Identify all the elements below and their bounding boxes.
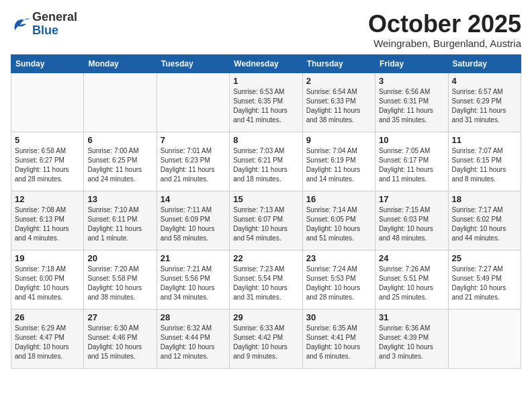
day-number: 5: [15, 135, 80, 145]
day-number: 21: [161, 253, 226, 263]
calendar-cell: 30Sunrise: 6:35 AM Sunset: 4:41 PM Dayli…: [302, 309, 375, 368]
day-number: 9: [306, 135, 371, 145]
day-number: 18: [452, 194, 517, 204]
calendar-cell: 5Sunrise: 6:58 AM Sunset: 6:27 PM Daylig…: [11, 132, 84, 191]
calendar-week-4: 19Sunrise: 7:18 AM Sunset: 6:00 PM Dayli…: [11, 250, 521, 309]
weekday-header-wednesday: Wednesday: [230, 54, 302, 73]
day-number: 20: [87, 253, 152, 263]
calendar-cell: 15Sunrise: 7:13 AM Sunset: 6:07 PM Dayli…: [230, 191, 302, 250]
day-number: 7: [161, 135, 226, 145]
day-info: Sunrise: 6:56 AM Sunset: 6:31 PM Dayligh…: [379, 87, 444, 125]
day-info: Sunrise: 7:10 AM Sunset: 6:11 PM Dayligh…: [87, 205, 152, 243]
calendar-cell: 26Sunrise: 6:29 AM Sunset: 4:47 PM Dayli…: [11, 309, 84, 368]
calendar-cell: 23Sunrise: 7:24 AM Sunset: 5:53 PM Dayli…: [302, 250, 375, 309]
day-info: Sunrise: 7:14 AM Sunset: 6:05 PM Dayligh…: [306, 205, 371, 243]
day-number: 13: [87, 194, 152, 204]
calendar-cell: 27Sunrise: 6:30 AM Sunset: 4:46 PM Dayli…: [84, 309, 157, 368]
day-info: Sunrise: 7:17 AM Sunset: 6:02 PM Dayligh…: [452, 205, 517, 243]
logo-blue: Blue: [32, 24, 58, 37]
day-info: Sunrise: 7:21 AM Sunset: 5:56 PM Dayligh…: [161, 265, 226, 302]
calendar-cell: [157, 73, 229, 132]
day-number: 12: [15, 194, 80, 204]
day-number: 1: [233, 76, 298, 86]
calendar-cell: 19Sunrise: 7:18 AM Sunset: 6:00 PM Dayli…: [11, 250, 84, 309]
day-number: 15: [233, 194, 298, 204]
day-info: Sunrise: 7:13 AM Sunset: 6:07 PM Dayligh…: [233, 205, 298, 243]
calendar-cell: 31Sunrise: 6:36 AM Sunset: 4:39 PM Dayli…: [375, 309, 448, 368]
calendar-cell: 20Sunrise: 7:20 AM Sunset: 5:58 PM Dayli…: [84, 250, 157, 309]
day-number: 26: [15, 312, 80, 322]
day-number: 25: [452, 253, 517, 263]
calendar-cell: 6Sunrise: 7:00 AM Sunset: 6:25 PM Daylig…: [84, 132, 157, 191]
calendar-cell: 2Sunrise: 6:54 AM Sunset: 6:33 PM Daylig…: [302, 73, 375, 132]
calendar-cell: 7Sunrise: 7:01 AM Sunset: 6:23 PM Daylig…: [157, 132, 229, 191]
day-info: Sunrise: 6:29 AM Sunset: 4:47 PM Dayligh…: [15, 324, 80, 361]
day-number: 6: [87, 135, 152, 145]
day-info: Sunrise: 7:11 AM Sunset: 6:09 PM Dayligh…: [161, 205, 226, 243]
calendar-cell: 18Sunrise: 7:17 AM Sunset: 6:02 PM Dayli…: [448, 191, 521, 250]
day-info: Sunrise: 7:18 AM Sunset: 6:00 PM Dayligh…: [15, 265, 80, 302]
day-number: 24: [379, 253, 444, 263]
calendar-cell: 22Sunrise: 7:23 AM Sunset: 5:54 PM Dayli…: [230, 250, 302, 309]
day-info: Sunrise: 6:58 AM Sunset: 6:27 PM Dayligh…: [15, 146, 80, 184]
day-info: Sunrise: 7:27 AM Sunset: 5:49 PM Dayligh…: [452, 265, 517, 302]
calendar-week-2: 5Sunrise: 6:58 AM Sunset: 6:27 PM Daylig…: [11, 132, 521, 191]
day-info: Sunrise: 6:54 AM Sunset: 6:33 PM Dayligh…: [306, 87, 371, 125]
day-number: 4: [452, 76, 517, 86]
page-header: General Blue October 2025 Weingraben, Bu…: [11, 11, 521, 49]
location: Weingraben, Burgenland, Austria: [368, 38, 521, 49]
day-info: Sunrise: 7:01 AM Sunset: 6:23 PM Dayligh…: [161, 146, 226, 184]
calendar-cell: 1Sunrise: 6:53 AM Sunset: 6:35 PM Daylig…: [230, 73, 302, 132]
calendar-cell: [448, 309, 521, 368]
day-info: Sunrise: 6:32 AM Sunset: 4:44 PM Dayligh…: [161, 324, 226, 361]
calendar-cell: 3Sunrise: 6:56 AM Sunset: 6:31 PM Daylig…: [375, 73, 448, 132]
day-number: 14: [161, 194, 226, 204]
weekday-header-friday: Friday: [375, 54, 448, 73]
day-number: 31: [379, 312, 444, 322]
calendar-cell: 29Sunrise: 6:33 AM Sunset: 4:42 PM Dayli…: [230, 309, 302, 368]
day-info: Sunrise: 6:57 AM Sunset: 6:29 PM Dayligh…: [452, 87, 517, 125]
weekday-header-thursday: Thursday: [302, 54, 375, 73]
day-number: 11: [452, 135, 517, 145]
calendar-cell: [11, 73, 84, 132]
weekday-header-row: SundayMondayTuesdayWednesdayThursdayFrid…: [11, 54, 521, 73]
calendar-cell: 16Sunrise: 7:14 AM Sunset: 6:05 PM Dayli…: [302, 191, 375, 250]
calendar-cell: 14Sunrise: 7:11 AM Sunset: 6:09 PM Dayli…: [157, 191, 229, 250]
calendar-cell: 11Sunrise: 7:07 AM Sunset: 6:15 PM Dayli…: [448, 132, 521, 191]
calendar-table: SundayMondayTuesdayWednesdayThursdayFrid…: [11, 54, 521, 369]
calendar-week-5: 26Sunrise: 6:29 AM Sunset: 4:47 PM Dayli…: [11, 309, 521, 368]
calendar-week-1: 1Sunrise: 6:53 AM Sunset: 6:35 PM Daylig…: [11, 73, 521, 132]
day-number: 27: [87, 312, 152, 322]
day-number: 19: [15, 253, 80, 263]
day-info: Sunrise: 7:26 AM Sunset: 5:51 PM Dayligh…: [379, 265, 444, 302]
calendar-cell: 12Sunrise: 7:08 AM Sunset: 6:13 PM Dayli…: [11, 191, 84, 250]
calendar-cell: 28Sunrise: 6:32 AM Sunset: 4:44 PM Dayli…: [157, 309, 229, 368]
day-info: Sunrise: 6:36 AM Sunset: 4:39 PM Dayligh…: [379, 324, 444, 361]
day-number: 3: [379, 76, 444, 86]
day-number: 8: [233, 135, 298, 145]
day-number: 2: [306, 76, 371, 86]
day-info: Sunrise: 6:33 AM Sunset: 4:42 PM Dayligh…: [233, 324, 298, 361]
logo: General Blue: [11, 11, 77, 38]
weekday-header-saturday: Saturday: [448, 54, 521, 73]
calendar-cell: 25Sunrise: 7:27 AM Sunset: 5:49 PM Dayli…: [448, 250, 521, 309]
day-info: Sunrise: 7:23 AM Sunset: 5:54 PM Dayligh…: [233, 265, 298, 302]
calendar-cell: 13Sunrise: 7:10 AM Sunset: 6:11 PM Dayli…: [84, 191, 157, 250]
weekday-header-monday: Monday: [84, 54, 157, 73]
calendar-cell: 24Sunrise: 7:26 AM Sunset: 5:51 PM Dayli…: [375, 250, 448, 309]
day-info: Sunrise: 7:03 AM Sunset: 6:21 PM Dayligh…: [233, 146, 298, 184]
day-info: Sunrise: 6:35 AM Sunset: 4:41 PM Dayligh…: [306, 324, 371, 361]
day-info: Sunrise: 6:30 AM Sunset: 4:46 PM Dayligh…: [87, 324, 152, 361]
calendar-cell: 21Sunrise: 7:21 AM Sunset: 5:56 PM Dayli…: [157, 250, 229, 309]
day-info: Sunrise: 7:05 AM Sunset: 6:17 PM Dayligh…: [379, 146, 444, 184]
day-number: 23: [306, 253, 371, 263]
day-number: 17: [379, 194, 444, 204]
day-info: Sunrise: 7:15 AM Sunset: 6:03 PM Dayligh…: [379, 205, 444, 243]
calendar-cell: [84, 73, 157, 132]
calendar-cell: 17Sunrise: 7:15 AM Sunset: 6:03 PM Dayli…: [375, 191, 448, 250]
day-info: Sunrise: 7:08 AM Sunset: 6:13 PM Dayligh…: [15, 205, 80, 243]
day-number: 16: [306, 194, 371, 204]
logo-text: General Blue: [32, 11, 77, 38]
day-number: 28: [161, 312, 226, 322]
day-info: Sunrise: 7:24 AM Sunset: 5:53 PM Dayligh…: [306, 265, 371, 302]
